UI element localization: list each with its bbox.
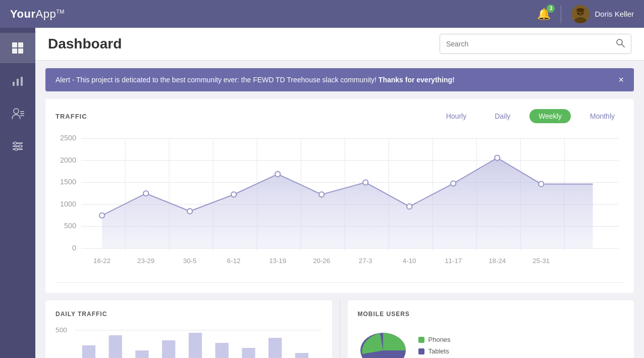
- svg-text:500: 500: [56, 326, 67, 334]
- filter-hourly[interactable]: Hourly: [437, 109, 475, 123]
- svg-text:1000: 1000: [60, 200, 76, 208]
- search-container: [440, 34, 631, 54]
- page-title: Dashboard: [48, 36, 122, 52]
- logo: YourAppTM: [10, 8, 65, 21]
- svg-rect-11: [13, 82, 15, 86]
- tablets-label: Tablets: [428, 347, 449, 355]
- search-icon: [616, 38, 625, 47]
- svg-point-23: [15, 148, 18, 150]
- legend-tablets: Tablets: [418, 347, 451, 355]
- svg-text:6-12: 6-12: [227, 257, 241, 265]
- svg-rect-7: [12, 42, 17, 47]
- svg-text:23-29: 23-29: [137, 257, 154, 265]
- sidebar-item-dashboard[interactable]: [0, 33, 35, 63]
- sidebar-item-users[interactable]: [0, 98, 35, 129]
- sidebar: [0, 28, 35, 358]
- section-divider: [340, 300, 340, 358]
- notification-bell[interactable]: 🔔 3: [537, 8, 551, 21]
- chart-container: 2500 2000 1500 1000 500 0: [56, 133, 624, 280]
- content-area: Dashboard Alert - This project is detica…: [35, 28, 644, 358]
- svg-rect-10: [18, 48, 23, 54]
- svg-rect-65: [162, 340, 175, 358]
- alert-close-button[interactable]: ×: [618, 75, 624, 84]
- svg-text:11-17: 11-17: [445, 257, 462, 265]
- svg-text:27-3: 27-3: [359, 257, 372, 265]
- svg-rect-70: [295, 353, 308, 358]
- svg-point-21: [14, 142, 17, 144]
- chart-point-9: [495, 156, 500, 161]
- chart-point-6: [363, 180, 368, 185]
- logo-tm: TM: [56, 8, 65, 14]
- avatar-image: [571, 5, 589, 23]
- svg-point-22: [19, 145, 22, 147]
- charts-area: TRAFFIC Hourly Daily Weekly Monthly: [35, 99, 644, 358]
- user-name: Doris Keller: [595, 10, 634, 18]
- alert-text-regular: Alert - This project is deticated to the…: [56, 76, 379, 84]
- user-profile[interactable]: Doris Keller: [571, 5, 634, 23]
- search-button[interactable]: [610, 34, 631, 54]
- chart-point-1: [143, 191, 148, 196]
- svg-rect-69: [269, 338, 282, 358]
- svg-rect-13: [21, 77, 23, 86]
- svg-point-14: [14, 109, 19, 114]
- phones-label: Phones: [428, 336, 451, 343]
- filter-monthly[interactable]: Monthly: [581, 109, 624, 123]
- svg-point-6: [576, 8, 584, 12]
- svg-text:500: 500: [64, 222, 76, 230]
- traffic-chart: 2500 2000 1500 1000 500 0: [56, 133, 624, 280]
- users-icon: [11, 108, 24, 120]
- sidebar-item-charts[interactable]: [0, 66, 35, 96]
- svg-text:2000: 2000: [60, 156, 76, 164]
- alert-text: Alert - This project is deticated to the…: [56, 76, 455, 84]
- filter-weekly[interactable]: Weekly: [529, 109, 571, 123]
- phones-dot: [418, 337, 424, 343]
- svg-text:4-10: 4-10: [403, 257, 416, 265]
- svg-rect-66: [189, 333, 202, 358]
- search-input[interactable]: [440, 36, 610, 52]
- header: YourAppTM 🔔 3: [0, 0, 644, 28]
- mobile-legend: Phones Tablets: [418, 336, 451, 355]
- svg-text:30-5: 30-5: [183, 257, 197, 265]
- svg-text:18-24: 18-24: [489, 257, 506, 265]
- tablets-dot: [418, 348, 424, 354]
- svg-text:25-31: 25-31: [532, 257, 550, 265]
- traffic-card: TRAFFIC Hourly Daily Weekly Monthly: [45, 99, 634, 293]
- header-divider: [561, 5, 561, 23]
- charts-icon: [12, 75, 24, 87]
- svg-line-25: [622, 44, 624, 47]
- settings-icon: [12, 140, 24, 152]
- daily-traffic-card: DAILY TRAFFIC 500: [45, 300, 332, 358]
- mobile-users-content: Phones Tablets: [358, 325, 624, 358]
- svg-rect-68: [242, 348, 255, 358]
- sidebar-item-settings[interactable]: [0, 131, 35, 162]
- svg-text:16-22: 16-22: [93, 257, 111, 265]
- svg-rect-9: [12, 48, 17, 54]
- notification-badge: 3: [547, 5, 555, 13]
- svg-rect-8: [18, 42, 23, 47]
- filter-daily[interactable]: Daily: [486, 109, 519, 123]
- chart-point-5: [319, 192, 324, 197]
- chart-separator: [56, 282, 624, 283]
- chart-point-0: [99, 213, 104, 218]
- chart-point-10: [539, 181, 544, 186]
- dashboard-icon: [11, 41, 24, 55]
- traffic-header: TRAFFIC Hourly Daily Weekly Monthly: [56, 109, 624, 123]
- svg-text:13-19: 13-19: [269, 257, 286, 265]
- main-layout: Dashboard Alert - This project is detica…: [0, 28, 644, 358]
- time-filters: Hourly Daily Weekly Monthly: [437, 109, 624, 123]
- logo-light: App: [35, 8, 56, 20]
- svg-rect-67: [216, 343, 229, 358]
- bottom-section: DAILY TRAFFIC 500: [45, 300, 634, 358]
- svg-text:2500: 2500: [60, 134, 76, 142]
- svg-text:1500: 1500: [60, 178, 76, 186]
- svg-rect-12: [17, 79, 19, 86]
- daily-traffic-chart: 500: [56, 325, 322, 358]
- chart-point-4: [275, 172, 280, 177]
- chart-point-7: [407, 204, 412, 209]
- traffic-title: TRAFFIC: [56, 113, 87, 120]
- svg-rect-62: [82, 345, 95, 358]
- alert-bar: Alert - This project is deticated to the…: [45, 68, 634, 91]
- daily-traffic-title: DAILY TRAFFIC: [56, 311, 322, 318]
- svg-text:20-26: 20-26: [313, 257, 330, 265]
- mobile-users-title: MOBILE USERS: [358, 311, 624, 318]
